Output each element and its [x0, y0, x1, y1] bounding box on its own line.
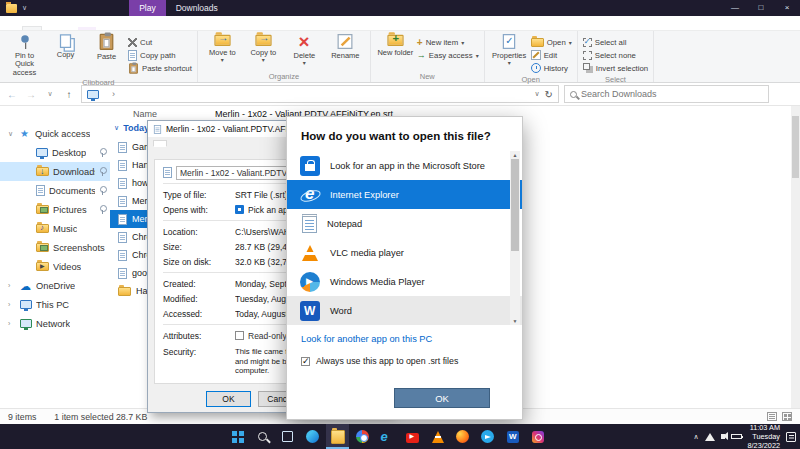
action-center-icon[interactable]: [786, 432, 796, 442]
properties-tab[interactable]: [195, 140, 209, 147]
ribbon-button[interactable]: Paste shortcut▾: [128, 62, 192, 74]
ribbon-button[interactable]: Pin to Quick access▾: [5, 33, 44, 77]
column-header-name[interactable]: Name: [133, 109, 157, 119]
hidden-icons-chevron-icon[interactable]: ∧: [693, 433, 698, 441]
app-option-microsoft-store[interactable]: Look for an app in the Microsoft Store: [287, 151, 522, 180]
modified-label: Modified:: [163, 294, 231, 304]
app-option-word[interactable]: Word: [287, 296, 522, 325]
scroll-down-icon[interactable]: ▼: [513, 317, 518, 325]
ribbon-button[interactable]: Copy path▾: [128, 49, 192, 61]
taskbar-youtube-icon[interactable]: [401, 424, 424, 449]
minimize-button[interactable]: —: [722, 0, 748, 16]
ribbon-button[interactable]: New folder▾: [376, 33, 415, 57]
taskbar-clock[interactable]: 11:03 AM Tuesday 8/23/2022: [748, 423, 780, 449]
app-option-vlc[interactable]: VLC media player: [287, 238, 522, 267]
ribbon-button[interactable]: Copy to▾: [244, 33, 283, 64]
recent-locations-chevron-icon[interactable]: ∨: [43, 90, 57, 98]
expand-chevron-icon[interactable]: ›: [8, 301, 16, 308]
group-header-today[interactable]: ∨ Today: [114, 123, 149, 133]
ribbon-button[interactable]: Easy access▾: [417, 49, 479, 61]
taskbar-word-icon[interactable]: [501, 424, 524, 449]
ribbon-button[interactable]: Open▾: [531, 36, 572, 48]
taskbar-edge-icon[interactable]: [301, 424, 324, 449]
file-list-scrollbar[interactable]: [791, 106, 800, 408]
sidebar-item[interactable]: › OneDrive: [0, 276, 110, 295]
breadcrumb-item[interactable]: [104, 89, 118, 99]
qat-customize-chevron-icon[interactable]: ∨: [22, 4, 27, 12]
ribbon-button[interactable]: New item▾: [417, 36, 479, 48]
sidebar-item[interactable]: Screenshots: [0, 238, 110, 257]
refresh-icon[interactable]: ↻: [545, 89, 553, 100]
back-button[interactable]: ←: [5, 89, 19, 100]
ribbon-button[interactable]: Invert selection: [583, 62, 648, 74]
contextual-tab-group-play[interactable]: Play: [129, 0, 166, 16]
address-dropdown-chevron-icon[interactable]: ∨: [534, 90, 539, 98]
open-with-ok-button[interactable]: OK: [394, 388, 490, 408]
taskbar-internet-explorer-icon[interactable]: [376, 424, 399, 449]
properties-tab[interactable]: [153, 140, 167, 147]
taskbar-file-explorer-icon[interactable]: [326, 424, 349, 449]
screen: { "colors": { "accent": "#0078d7", "titl…: [0, 0, 800, 449]
ribbon-button[interactable]: Delete▾: [285, 33, 324, 67]
ribbon-button[interactable]: Paste▾: [87, 33, 126, 61]
taskbar-search-button[interactable]: [251, 424, 274, 449]
app-option-windows-media-player[interactable]: Windows Media Player: [287, 267, 522, 296]
taskbar-telegram-icon[interactable]: [476, 424, 499, 449]
volume-icon[interactable]: [721, 434, 725, 439]
ribbon-button[interactable]: Edit▾: [531, 49, 572, 61]
expand-chevron-icon[interactable]: ›: [8, 282, 16, 289]
app-option-notepad[interactable]: Notepad: [287, 209, 522, 238]
ribbon-button[interactable]: Select all: [583, 36, 648, 48]
taskbar-chrome-icon[interactable]: [351, 424, 374, 449]
thumbnails-view-icon[interactable]: [782, 412, 792, 421]
sidebar-item[interactable]: Documents: [0, 181, 110, 200]
taskbar-vlc-icon[interactable]: [426, 424, 449, 449]
sidebar-item[interactable]: Music: [0, 219, 110, 238]
sidebar-item[interactable]: ∨ Quick access: [0, 124, 110, 143]
sidebar-item[interactable]: › Network: [0, 314, 110, 333]
always-use-checkbox[interactable]: [301, 357, 310, 366]
up-button[interactable]: ↑: [62, 89, 76, 100]
expand-chevron-icon[interactable]: ›: [8, 320, 16, 327]
ribbon-tab[interactable]: [22, 26, 42, 30]
group-collapse-chevron-icon[interactable]: ∨: [114, 124, 119, 132]
taskbar-firefox-icon[interactable]: [451, 424, 474, 449]
sidebar-item[interactable]: Desktop: [0, 143, 110, 162]
app-option-internet-explorer[interactable]: Internet Explorer: [287, 180, 522, 209]
taskbar-instagram-icon[interactable]: [526, 424, 549, 449]
ribbon-button[interactable]: Properties▾: [490, 33, 529, 67]
ribbon-button[interactable]: Select none: [583, 49, 648, 61]
details-view-icon[interactable]: [767, 412, 777, 421]
scroll-up-icon[interactable]: ▲: [513, 151, 518, 159]
app-list-scrollbar[interactable]: ▲ ▼: [510, 151, 520, 325]
search-input[interactable]: [581, 89, 763, 99]
ribbon-tab[interactable]: [60, 27, 78, 30]
ribbon-button[interactable]: Move to▾: [203, 33, 242, 64]
ribbon-button[interactable]: Cut▾: [128, 36, 192, 48]
scrollbar-thumb[interactable]: [511, 159, 519, 251]
look-for-another-app-link[interactable]: Look for another app on this PC: [287, 325, 522, 348]
ribbon-button[interactable]: History▾: [531, 62, 572, 74]
task-view-button[interactable]: [276, 424, 299, 449]
sidebar-item[interactable]: › This PC: [0, 295, 110, 314]
address-box[interactable]: ∨ ↻: [81, 85, 559, 103]
start-button[interactable]: [226, 424, 249, 449]
battery-icon[interactable]: [731, 434, 742, 439]
forward-button[interactable]: →: [24, 89, 38, 100]
sidebar-item[interactable]: Pictures: [0, 200, 110, 219]
properties-tab[interactable]: [181, 140, 195, 147]
expand-chevron-icon[interactable]: ∨: [8, 130, 16, 138]
close-button[interactable]: ×: [774, 0, 800, 16]
ribbon-tab[interactable]: [4, 27, 22, 30]
sidebar-item[interactable]: Videos: [0, 257, 110, 276]
ribbon-button[interactable]: Copy▾: [46, 33, 85, 59]
network-icon[interactable]: [705, 433, 715, 441]
ribbon-button[interactable]: Rename▾: [326, 33, 365, 60]
maximize-button[interactable]: □: [748, 0, 774, 16]
properties-tab[interactable]: [167, 140, 181, 147]
properties-ok-button[interactable]: OK: [206, 391, 251, 407]
ribbon-tab[interactable]: [42, 27, 60, 30]
read-only-checkbox[interactable]: [235, 331, 244, 340]
ribbon-tab[interactable]: [78, 27, 96, 30]
sidebar-item[interactable]: Downloads: [0, 162, 110, 181]
